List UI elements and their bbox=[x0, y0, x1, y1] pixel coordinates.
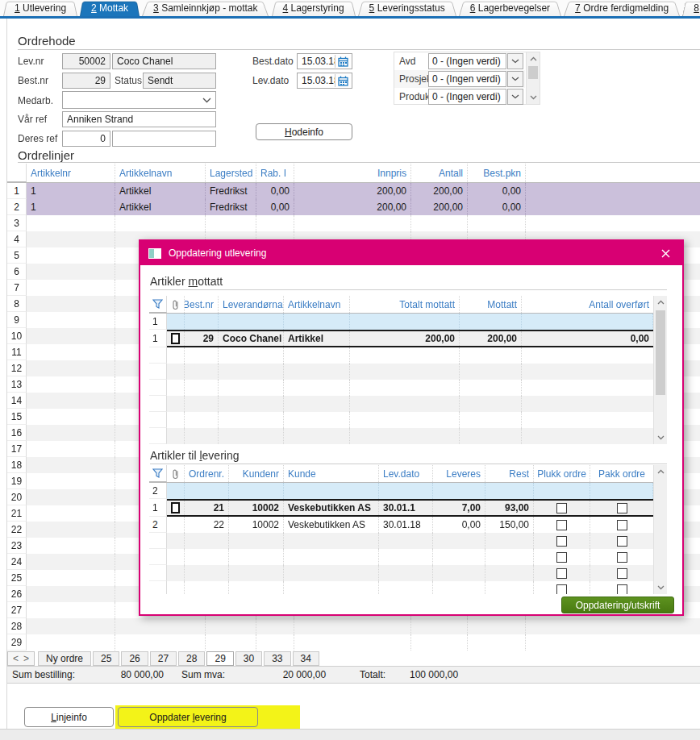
cell-ordrenr[interactable]: 21 bbox=[185, 501, 229, 515]
sheet-tab-29[interactable]: 29 bbox=[206, 651, 233, 666]
sheet-tab-34[interactable]: 34 bbox=[293, 651, 319, 666]
dialog-titlebar[interactable]: Oppdatering utlevering bbox=[140, 241, 682, 265]
filter-icon[interactable] bbox=[149, 296, 167, 313]
cell-artikkelnr[interactable] bbox=[27, 586, 115, 602]
cell-rest[interactable]: 150,00 bbox=[485, 517, 534, 533]
row-number[interactable]: 25 bbox=[7, 570, 27, 586]
cell-artikkelnr[interactable] bbox=[27, 618, 115, 634]
scroll-down-icon[interactable] bbox=[654, 431, 667, 444]
cell-bestnr[interactable]: 29 bbox=[185, 331, 219, 346]
cell-artikkelnr[interactable] bbox=[27, 441, 115, 457]
sheet-next-icon[interactable]: > bbox=[23, 653, 29, 664]
cell-leveres[interactable]: 0,00 bbox=[433, 517, 485, 533]
levnr-field[interactable]: 50002 bbox=[62, 53, 110, 69]
col-leveres[interactable]: Leveres bbox=[433, 465, 485, 482]
cell-artikkelnr[interactable] bbox=[27, 602, 115, 618]
deresref-text-field[interactable] bbox=[112, 131, 216, 147]
mottatt-empty-row[interactable] bbox=[149, 364, 653, 380]
mottatt-empty-row[interactable] bbox=[149, 347, 653, 364]
row-number[interactable]: 16 bbox=[7, 425, 27, 441]
cell-innpris[interactable]: 200,00 bbox=[294, 183, 411, 199]
row-number[interactable]: 17 bbox=[7, 441, 27, 457]
col-artikkelnr[interactable]: Artikkelnr bbox=[27, 164, 115, 182]
cell-innpris[interactable]: 200,00 bbox=[294, 199, 411, 215]
plukk-ordre-checkbox[interactable] bbox=[556, 520, 567, 530]
row-number[interactable]: 7 bbox=[7, 280, 27, 296]
pakk-ordre-checkbox[interactable] bbox=[617, 584, 627, 595]
cell-artikkelnavn[interactable]: Artikkel bbox=[284, 331, 350, 346]
row-number[interactable]: 15 bbox=[7, 409, 27, 425]
tab-utlevering[interactable]: 1 Utlevering bbox=[3, 0, 77, 16]
cell-rab[interactable]: 0,00 bbox=[256, 199, 294, 215]
levering-filter-row[interactable]: 2 bbox=[149, 483, 653, 499]
tab-samleinnkjop-mottak[interactable]: 3 Samleinnkjøp - mottak bbox=[142, 0, 269, 16]
cell-antall[interactable] bbox=[411, 618, 468, 634]
levering-empty-row[interactable] bbox=[149, 581, 653, 594]
cell-kunde[interactable]: Veskebutikken AS bbox=[284, 501, 379, 515]
calendar-icon[interactable] bbox=[335, 55, 351, 68]
cell-artikkelnr[interactable] bbox=[27, 473, 115, 489]
cell-innpris[interactable] bbox=[294, 618, 411, 634]
deresref-number-field[interactable]: 0 bbox=[62, 131, 110, 147]
mottatt-empty-row[interactable] bbox=[149, 396, 653, 412]
cell-artikkelnr[interactable] bbox=[27, 570, 115, 586]
orderline-empty-row[interactable]: 3 bbox=[7, 215, 700, 231]
cell-kunde[interactable]: Veskebutikken AS bbox=[284, 517, 379, 533]
levering-row[interactable]: 2 22 10002 Veskebutikken AS 30.01.18 0,0… bbox=[149, 517, 653, 533]
pakk-ordre-checkbox[interactable] bbox=[617, 552, 627, 563]
cell-lagersted[interactable] bbox=[206, 618, 256, 634]
levering-empty-row[interactable] bbox=[149, 533, 653, 549]
linjeinfo-button[interactable]: Linjeinfo bbox=[24, 707, 114, 727]
cell-artikkelnr[interactable] bbox=[27, 538, 115, 554]
levering-empty-row[interactable] bbox=[149, 549, 653, 565]
col-ordrenr[interactable]: Ordrenr. bbox=[185, 465, 229, 482]
avd-dropdown-button[interactable] bbox=[507, 53, 523, 69]
cell-artikkelnr[interactable] bbox=[27, 231, 115, 247]
cell-rab[interactable] bbox=[256, 215, 294, 231]
row-number[interactable]: 20 bbox=[7, 489, 27, 505]
tab-ordre-ferdigmelding[interactable]: 7 Ordre ferdigmelding bbox=[564, 0, 680, 16]
mottatt-filter-row[interactable]: 1 bbox=[149, 314, 653, 330]
col-plukk-ordre[interactable]: Plukk ordre bbox=[534, 465, 590, 482]
pakk-ordre-checkbox[interactable] bbox=[617, 520, 627, 530]
cell-bestpkn[interactable] bbox=[468, 618, 526, 634]
row-selector-checkbox[interactable] bbox=[171, 333, 180, 344]
cell-artikkelnr[interactable] bbox=[27, 457, 115, 473]
cell-artikkelnr[interactable]: 1 bbox=[27, 183, 115, 199]
scroll-down-icon[interactable] bbox=[527, 91, 540, 104]
col-bestpkn[interactable]: Best.pkn bbox=[468, 164, 526, 182]
plukk-ordre-checkbox[interactable] bbox=[556, 536, 567, 547]
col-rab[interactable]: Rab. I bbox=[256, 164, 294, 182]
cell-rest[interactable]: 93,00 bbox=[485, 501, 534, 515]
cell-artikkelnavn[interactable] bbox=[115, 618, 206, 634]
cell-bestpkn[interactable] bbox=[468, 634, 526, 651]
plukk-ordre-checkbox[interactable] bbox=[556, 552, 567, 563]
cell-leveres[interactable]: 7,00 bbox=[433, 501, 485, 515]
tab-mottak[interactable]: 2 Mottak bbox=[80, 0, 140, 16]
scroll-up-icon[interactable] bbox=[654, 296, 667, 309]
leverandor-name-field[interactable]: Coco Chanel bbox=[112, 53, 216, 69]
cell-artikkelnavn[interactable] bbox=[115, 634, 206, 651]
levdato-field[interactable]: 15.03.18 bbox=[297, 73, 352, 89]
cell-artikkelnr[interactable] bbox=[27, 247, 115, 264]
medarb-dropdown[interactable] bbox=[62, 91, 216, 109]
cell-bestpkn[interactable] bbox=[468, 215, 526, 231]
mottatt-selected-row[interactable]: 1 29 Coco Chanel Artikkel 200,00 200,00 … bbox=[149, 330, 653, 347]
cell-levdato[interactable]: 30.01.1 bbox=[379, 501, 433, 515]
cell-kundenr[interactable]: 10002 bbox=[229, 501, 284, 515]
cell-rab[interactable] bbox=[256, 618, 294, 634]
cell-antall[interactable]: 200,00 bbox=[411, 199, 468, 215]
cell-antall[interactable]: 200,00 bbox=[411, 183, 468, 199]
bestnr-field[interactable]: 29 bbox=[62, 73, 110, 89]
row-number[interactable]: 18 bbox=[7, 457, 27, 473]
col-lagersted[interactable]: Lagersted bbox=[206, 164, 256, 182]
row-number[interactable]: 13 bbox=[7, 376, 27, 393]
row-number[interactable]: 21 bbox=[7, 505, 27, 522]
cell-artikkelnr[interactable] bbox=[27, 393, 115, 409]
mottatt-empty-row[interactable] bbox=[149, 380, 653, 396]
sheet-tab-26[interactable]: 26 bbox=[121, 651, 148, 666]
row-number[interactable]: 9 bbox=[7, 312, 27, 328]
produkt-dropdown-button[interactable] bbox=[507, 89, 523, 105]
avd-value[interactable]: 0 - (Ingen verdi) bbox=[428, 53, 506, 69]
orderline-row[interactable]: 2 1 Artikkel Fredrikst 0,00 200,00 200,0… bbox=[7, 199, 700, 215]
